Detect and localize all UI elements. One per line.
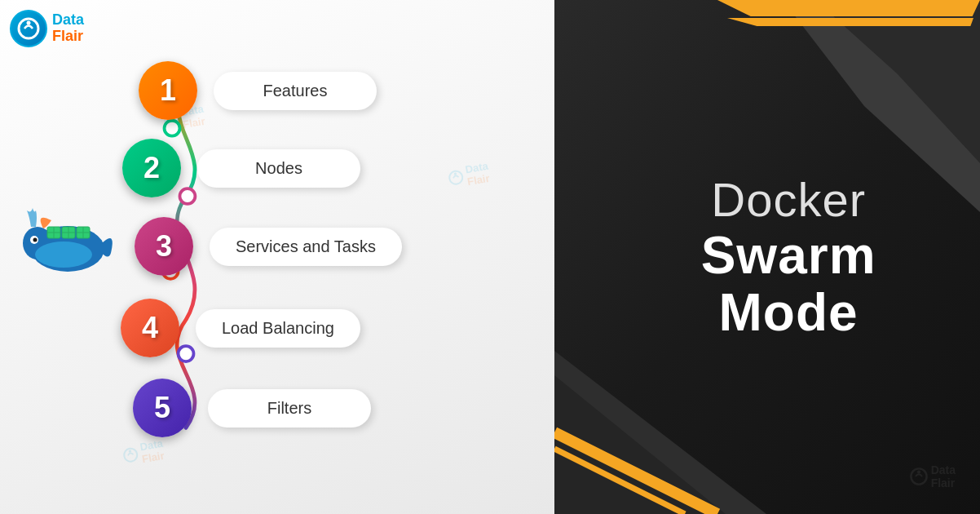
svg-marker-28 (710, 0, 980, 16)
logo: Data Flair (10, 10, 84, 47)
step-4: 4 Load Balancing (121, 299, 360, 357)
title-docker: Docker (682, 172, 895, 227)
step-3-number: 3 (156, 229, 172, 264)
svg-point-10 (35, 241, 92, 268)
watermark-right: DataFlair (909, 463, 956, 490)
docker-whale-svg (23, 204, 113, 273)
step-1-label: Features (214, 72, 377, 110)
right-title: Docker Swarm Mode (682, 172, 895, 342)
step-2-circle: 2 (122, 139, 181, 197)
step-2-label: Nodes (197, 149, 360, 188)
step-2: 2 Nodes (122, 139, 360, 197)
left-panel: Data Flair DataFlair DataFlair DataFlair (0, 0, 554, 514)
svg-point-21 (33, 238, 38, 242)
step-3-circle: 3 (135, 217, 193, 276)
svg-point-1 (27, 21, 31, 25)
step-5-number: 5 (154, 391, 170, 425)
svg-point-36 (917, 470, 920, 473)
step-5: 5 Filters (133, 379, 371, 437)
logo-svg (16, 16, 41, 41)
docker-mascot (23, 204, 104, 269)
main-container: Data Flair DataFlair DataFlair DataFlair (0, 0, 980, 514)
right-panel: DataFlair Docker Swarm Mode (554, 0, 980, 514)
step-5-label: Filters (208, 389, 371, 428)
step-1-number: 1 (160, 73, 176, 108)
logo-flair: Flair (52, 29, 84, 45)
step-3-label: Services and Tasks (210, 228, 402, 266)
svg-marker-29 (724, 18, 973, 26)
step-3: 3 Services and Tasks (135, 217, 402, 276)
step-4-number: 4 (142, 311, 158, 345)
step-1-circle: 1 (139, 61, 197, 120)
step-1: 1 Features (139, 61, 377, 120)
logo-icon (10, 10, 47, 47)
step-4-circle: 4 (121, 299, 179, 357)
step-5-circle: 5 (133, 379, 192, 437)
title-swarm: Swarm Mode (682, 227, 895, 342)
logo-data: Data (52, 12, 84, 29)
step-4-label: Load Balancing (196, 309, 360, 348)
step-2-number: 2 (143, 151, 160, 185)
logo-text: Data Flair (52, 12, 84, 45)
